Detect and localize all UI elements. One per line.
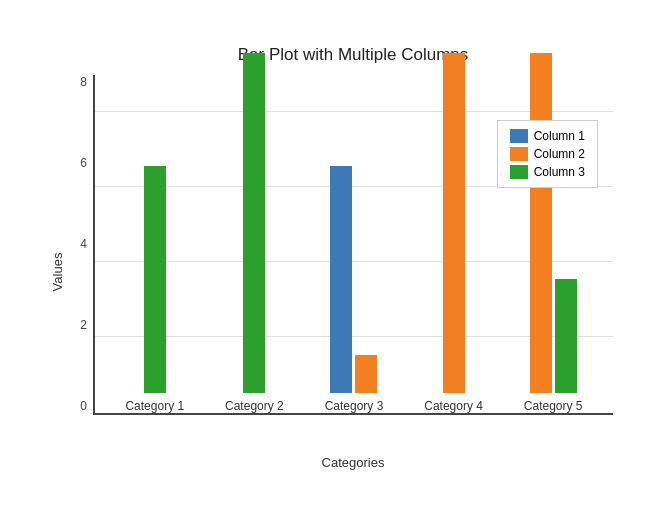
- cat-label-5: Category 5: [524, 399, 583, 413]
- bar-group-5: [530, 53, 577, 393]
- bar-group-4: [443, 53, 465, 393]
- y-ticks: 0 2 4 6 8: [57, 75, 87, 413]
- bar-group-2: [243, 53, 265, 393]
- category-group-3: Category 3: [325, 166, 384, 413]
- bar-cat3-col1: [330, 166, 352, 393]
- legend-color-col3: [510, 165, 528, 179]
- category-group-5: Category 5: [524, 53, 583, 413]
- bar-cat2-col3: [243, 53, 265, 393]
- legend-label-col1: Column 1: [534, 129, 585, 143]
- legend-item-col3: Column 3: [510, 165, 585, 179]
- y-tick-2: 2: [57, 318, 87, 332]
- bar-cat4-col2: [443, 53, 465, 393]
- legend-item-col1: Column 1: [510, 129, 585, 143]
- legend-color-col2: [510, 147, 528, 161]
- category-group-4: Category 4: [424, 53, 483, 413]
- cat-label-3: Category 3: [325, 399, 384, 413]
- x-axis-category-label: Categories: [93, 455, 613, 470]
- category-group-1: Category 1: [125, 166, 184, 413]
- cat-label-4: Category 4: [424, 399, 483, 413]
- legend-label-col2: Column 2: [534, 147, 585, 161]
- bar-group-1: [144, 166, 166, 393]
- legend-color-col1: [510, 129, 528, 143]
- cat-label-2: Category 2: [225, 399, 284, 413]
- cat-label-1: Category 1: [125, 399, 184, 413]
- x-axis-label: Categories: [93, 455, 613, 470]
- chart-area: 0 2 4 6 8 Category 1: [93, 75, 613, 415]
- bar-cat3-col2: [355, 355, 377, 393]
- bar-cat5-col2: [530, 53, 552, 393]
- y-tick-0: 0: [57, 399, 87, 413]
- bar-cat5-col3: [555, 279, 577, 392]
- legend-label-col3: Column 3: [534, 165, 585, 179]
- y-tick-8: 8: [57, 75, 87, 89]
- y-tick-6: 6: [57, 156, 87, 170]
- category-group-2: Category 2: [225, 53, 284, 413]
- bar-cat1-col3: [144, 166, 166, 393]
- bar-group-3: [330, 166, 377, 393]
- legend-item-col2: Column 2: [510, 147, 585, 161]
- legend: Column 1 Column 2 Column 3: [497, 120, 598, 188]
- chart-container: Bar Plot with Multiple Columns Values 0 …: [23, 15, 643, 505]
- y-tick-4: 4: [57, 237, 87, 251]
